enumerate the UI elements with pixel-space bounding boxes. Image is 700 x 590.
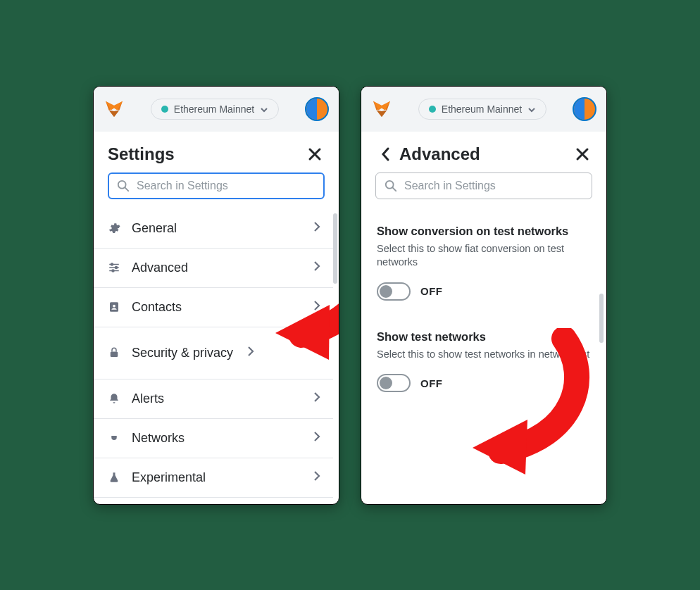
sidebar-item-label: Networks [132, 431, 304, 446]
sliders-icon [106, 261, 122, 274]
svg-point-5 [113, 305, 115, 308]
svg-point-3 [112, 270, 114, 272]
toggle-conversion-testnets[interactable] [377, 282, 411, 301]
sidebar-item-experimental[interactable]: Experimental [94, 458, 333, 498]
flask-icon [106, 471, 122, 484]
chevron-right-icon [313, 431, 320, 445]
contacts-icon [106, 301, 122, 313]
toggle-show-testnets[interactable] [377, 374, 411, 392]
scrollbar-thumb[interactable] [599, 294, 604, 343]
sidebar-item-alerts[interactable]: Alerts [94, 379, 333, 419]
title-row: Advanced [361, 132, 606, 172]
advanced-panel: Ethereum Mainnet Advanced Show conversi [361, 86, 607, 505]
sidebar-item-label: Alerts [132, 391, 304, 406]
sidebar-item-advanced[interactable]: Advanced [94, 249, 333, 288]
chevron-right-icon [313, 391, 320, 406]
title-row: Settings [94, 132, 339, 172]
account-avatar[interactable] [573, 97, 596, 121]
sidebar-item-label: Contacts [132, 300, 304, 315]
network-status-dot-icon [161, 106, 168, 113]
setting-description: Select this to show test networks in net… [377, 348, 591, 362]
chevron-right-icon [247, 346, 254, 360]
metamask-fox-icon [371, 99, 392, 120]
settings-list: General Advanced Contacts Security & pri… [94, 209, 339, 504]
chevron-down-icon [527, 105, 536, 113]
search-input[interactable] [404, 180, 583, 192]
svg-rect-6 [111, 352, 118, 358]
toggle-state-label: OFF [420, 285, 443, 297]
sidebar-item-security[interactable]: Security & privacy [94, 327, 333, 379]
lock-icon [106, 346, 122, 359]
svg-point-7 [386, 180, 394, 188]
search-input[interactable] [137, 180, 315, 192]
search-field-wrapper[interactable] [375, 172, 592, 199]
setting-title: Show conversion on test networks [377, 225, 591, 238]
back-button[interactable] [375, 144, 395, 164]
close-button[interactable] [573, 144, 592, 164]
chevron-right-icon [313, 300, 320, 314]
page-title: Advanced [399, 144, 480, 164]
sidebar-item-label: Advanced [132, 261, 304, 275]
search-field-wrapper[interactable] [108, 172, 325, 199]
network-status-dot-icon [429, 106, 436, 113]
search-icon [117, 180, 130, 192]
chevron-right-icon [313, 470, 320, 484]
setting-title: Show test networks [377, 330, 591, 344]
scrollbar-thumb[interactable] [333, 213, 337, 284]
chevron-down-icon [260, 105, 268, 113]
sidebar-item-general[interactable]: General [94, 209, 333, 249]
sidebar-item-label: Security & privacy [132, 346, 237, 360]
setting-conversion-testnets: Show conversion on test networks Select … [377, 225, 591, 301]
svg-point-2 [115, 267, 118, 269]
close-icon [575, 147, 589, 161]
settings-panel: Ethereum Mainnet Settings General [93, 86, 339, 505]
svg-point-1 [111, 263, 113, 265]
metamask-fox-icon [104, 99, 125, 120]
sidebar-item-label: Experimental [132, 470, 304, 485]
network-selector[interactable]: Ethereum Mainnet [151, 99, 279, 120]
network-label: Ethereum Mainnet [442, 103, 522, 115]
setting-show-testnets: Show test networks Select this to show t… [377, 330, 591, 393]
topbar: Ethereum Mainnet [361, 87, 606, 132]
bell-icon [106, 392, 122, 405]
sidebar-item-contacts[interactable]: Contacts [94, 288, 333, 327]
chevron-right-icon [313, 221, 320, 235]
gear-icon [106, 222, 122, 234]
close-button[interactable] [305, 144, 325, 164]
network-selector[interactable]: Ethereum Mainnet [418, 99, 546, 120]
account-avatar[interactable] [305, 97, 329, 121]
close-icon [308, 147, 322, 161]
plug-icon [106, 432, 122, 444]
sidebar-item-label: General [132, 221, 304, 236]
advanced-settings-body: Show conversion on test networks Select … [361, 209, 606, 504]
setting-description: Select this to show fiat conversion on t… [377, 242, 591, 270]
toggle-state-label: OFF [420, 377, 443, 389]
page-title: Settings [108, 144, 175, 164]
sidebar-item-networks[interactable]: Networks [94, 419, 333, 458]
topbar: Ethereum Mainnet [94, 87, 339, 132]
network-label: Ethereum Mainnet [174, 103, 254, 115]
svg-point-0 [118, 180, 126, 188]
chevron-left-icon [380, 146, 390, 162]
search-icon [385, 180, 397, 192]
chevron-right-icon [313, 261, 320, 275]
